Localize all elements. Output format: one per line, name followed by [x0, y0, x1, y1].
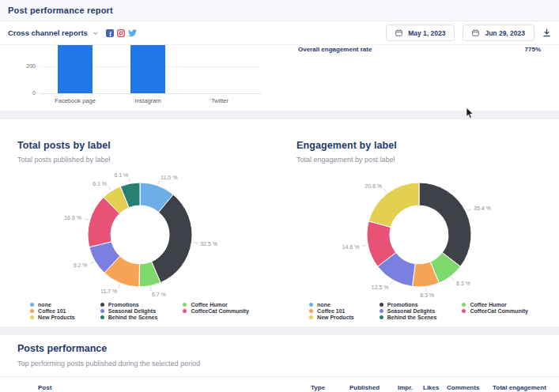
legend-color-dot: [100, 309, 104, 313]
legend-label: CoffeeCat Community: [470, 308, 528, 314]
report-selector-label: Cross channel reports: [8, 28, 88, 37]
y-tick-200: 200: [15, 63, 36, 69]
legend-label: Coffee Humor: [470, 302, 506, 307]
total-posts-by-label-panel: Total posts by label Total posts publish…: [0, 119, 279, 326]
report-toolbar: Cross channel reports f: [0, 21, 559, 45]
legend-item-none[interactable]: none: [309, 302, 354, 307]
legend-label: none: [38, 302, 51, 307]
donut-percent-label: 6.1 %: [93, 181, 107, 187]
legend-item-coffeecat-community[interactable]: CoffeeCat Community: [183, 308, 249, 314]
facebook-icon[interactable]: f: [106, 29, 114, 37]
legend-label: Seasonal Delights: [387, 308, 435, 314]
date-to-button[interactable]: Jun 29, 2023: [463, 24, 534, 41]
x-category-label: Twitter: [184, 97, 255, 104]
legend-label: Promotions: [387, 302, 418, 307]
toolbar-right: May 1, 2023 Jun 29, 2023: [386, 24, 551, 41]
twitter-icon[interactable]: [128, 28, 137, 37]
chart-legend: noneCoffee 101New ProductsPromotionsSeas…: [279, 302, 558, 320]
panel-title: Total posts by label: [17, 140, 279, 151]
legend-item-coffeecat-community[interactable]: CoffeeCat Community: [462, 308, 528, 314]
legend-item-coffee-humor[interactable]: Coffee Humor: [462, 302, 528, 307]
legend-item-promotions[interactable]: Promotions: [380, 302, 437, 307]
legend-item-promotions[interactable]: Promotions: [100, 302, 158, 307]
donut-slice-new-products[interactable]: [368, 183, 419, 227]
column-header-comments: Comments: [447, 384, 479, 391]
engagement-rate-value: 775%: [525, 46, 541, 53]
engagement-by-label-panel: Engagement by label Total engagement by …: [279, 119, 558, 326]
legend-color-dot: [309, 315, 313, 319]
legend-label: Coffee 101: [38, 308, 66, 314]
donut-percent-label: 20.8 %: [364, 183, 382, 189]
legend-item-coffee-humor[interactable]: Coffee Humor: [183, 302, 249, 307]
legend-item-seasonal-delights[interactable]: Seasonal Delights: [100, 308, 158, 314]
legend-label: Coffee 101: [317, 308, 345, 314]
legend-label: Seasonal Delights: [108, 308, 156, 314]
legend-item-coffee-101[interactable]: Coffee 101: [30, 308, 75, 314]
donut-percent-label: 11.0 %: [161, 175, 177, 180]
panel-subtitle: Total engagement by post label: [296, 156, 558, 164]
legend-item-behind-the-scenes[interactable]: Behind the Scenes: [380, 315, 437, 320]
download-icon[interactable]: [542, 28, 551, 37]
labels-card: Total posts by label Total posts publish…: [0, 119, 559, 326]
legend-item-none[interactable]: none: [30, 302, 75, 307]
posts-performance-card: Posts performance Top performing posts p…: [0, 335, 559, 392]
legend-label: CoffeeCat Community: [191, 308, 249, 314]
x-category-label: Instagram: [112, 97, 183, 104]
report-screen: Post performance report Cross channel re…: [0, 0, 559, 392]
engagement-rate-label: Overall engagement rate: [298, 46, 372, 53]
legend-label: Coffee Humor: [191, 302, 227, 307]
donut-slice-promotions[interactable]: [419, 183, 471, 266]
legend-item-seasonal-delights[interactable]: Seasonal Delights: [380, 308, 437, 314]
posts-performance-subtitle: Top performing posts published during th…: [17, 360, 200, 368]
legend-color-dot: [309, 303, 313, 307]
legend-color-dot: [380, 309, 383, 313]
legend-color-dot: [380, 315, 383, 319]
legend-item-new-products[interactable]: New Products: [309, 315, 354, 320]
svg-text:f: f: [109, 30, 111, 36]
legend-color-dot: [183, 303, 187, 307]
donut-chart-engagement: 35.4 %8.3 %8.3 %12.5 %14.6 %20.8 %: [279, 172, 558, 298]
donut-percent-label: 16.6 %: [64, 215, 81, 220]
legend-color-dot: [462, 303, 466, 307]
legend-color-dot: [30, 309, 34, 313]
donut-percent-label: 9.2 %: [73, 262, 87, 268]
legend-color-dot: [100, 315, 104, 319]
posts-per-channel-chart: 2000Facebook pageInstagramTwitter: [0, 45, 279, 111]
column-header-total-engagement: Total engagement: [493, 384, 546, 391]
x-category-label: Facebook page: [40, 97, 111, 104]
column-header-impr-: Impr.: [398, 384, 413, 391]
donut-percent-label: 35.4 %: [474, 205, 491, 211]
chevron-down-icon: [93, 30, 99, 36]
column-header-published: Published: [349, 384, 380, 391]
calendar-icon: [472, 29, 479, 36]
legend-item-new-products[interactable]: New Products: [30, 315, 75, 320]
legend-color-dot: [380, 303, 383, 307]
legend-item-coffee-101[interactable]: Coffee 101: [309, 308, 354, 314]
date-to-value: Jun 29, 2023: [485, 29, 525, 37]
donut-percent-label: 11.7 %: [100, 288, 116, 294]
date-from-value: May 1, 2023: [408, 29, 445, 37]
bar-instagram[interactable]: [130, 45, 165, 93]
donut-percent-label: 6.7 %: [151, 292, 165, 297]
bar-facebook-page[interactable]: [58, 45, 93, 93]
donut-percent-label: 32.5 %: [200, 241, 217, 247]
donut-chart-posts: 11.0 %32.5 %6.7 %11.7 %9.2 %16.6 %6.1 %6…: [0, 172, 279, 298]
page-title: Post performance report: [8, 6, 113, 15]
instagram-icon[interactable]: [117, 29, 125, 37]
legend-label: none: [317, 302, 330, 307]
donut-percent-label: 8.3 %: [420, 292, 434, 298]
app-header: Post performance report: [0, 0, 559, 21]
donut-percent-label: 8.3 %: [455, 281, 470, 286]
legend-item-behind-the-scenes[interactable]: Behind the Scenes: [100, 315, 158, 320]
legend-color-dot: [183, 309, 187, 313]
donut-percent-label: 6.1 %: [114, 172, 128, 178]
chart-legend: noneCoffee 101New ProductsPromotionsSeas…: [0, 302, 279, 320]
date-from-button[interactable]: May 1, 2023: [386, 24, 455, 41]
channels-overview-card: 2000Facebook pageInstagramTwitter Overal…: [0, 45, 559, 111]
legend-color-dot: [30, 303, 34, 307]
legend-color-dot: [30, 315, 34, 319]
panel-subtitle: Total posts published by label: [17, 156, 279, 164]
column-header-type: Type: [311, 384, 325, 391]
donut-percent-label: 14.6 %: [342, 244, 359, 250]
report-type-selector[interactable]: Cross channel reports: [8, 28, 99, 37]
